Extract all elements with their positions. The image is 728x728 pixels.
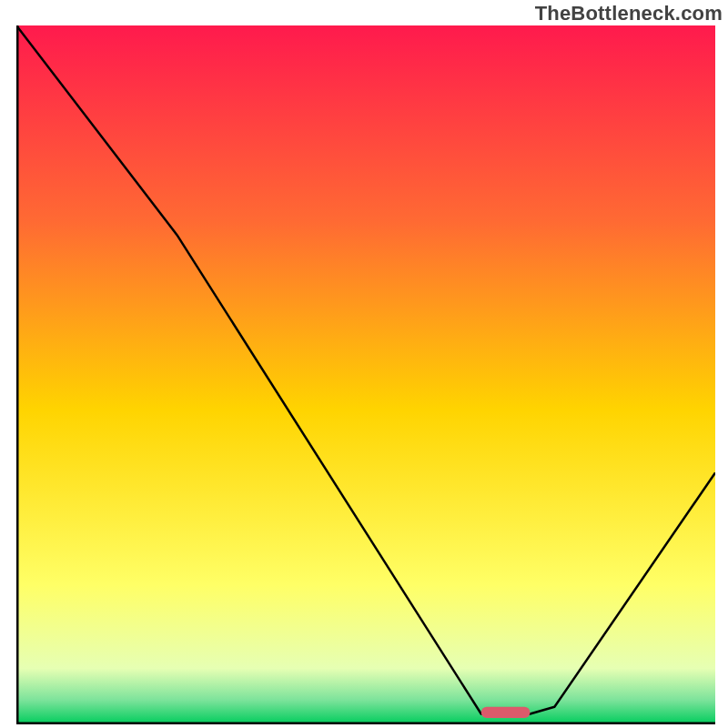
chart-container: TheBottleneck.com bbox=[0, 0, 728, 728]
watermark-text: TheBottleneck.com bbox=[535, 2, 723, 25]
chart-svg bbox=[16, 25, 715, 724]
optimal-marker bbox=[481, 707, 531, 718]
plot-area bbox=[16, 25, 715, 724]
gradient-background bbox=[16, 25, 715, 724]
